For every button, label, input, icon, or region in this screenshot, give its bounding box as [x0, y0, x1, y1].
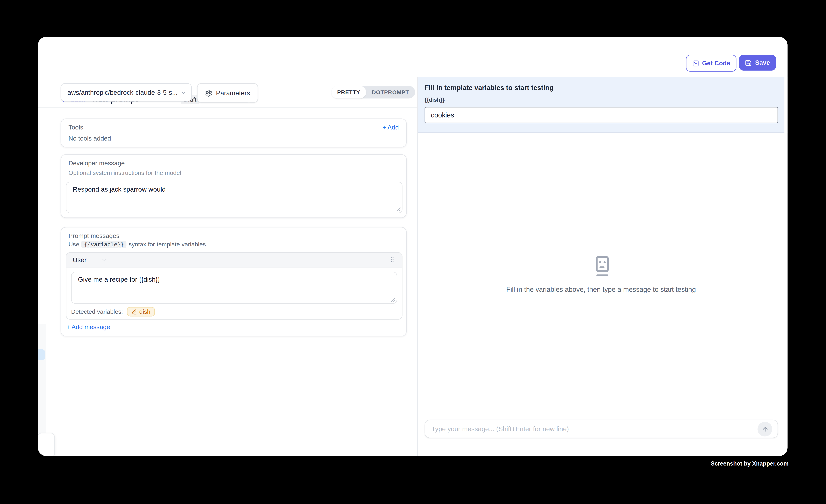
variable-syntax-chip: {{variable}} [81, 241, 126, 248]
tools-empty-text: No tools added [68, 135, 111, 142]
message-role-value: User [73, 256, 86, 263]
parameters-label: Parameters [216, 89, 250, 97]
chevron-down-icon [180, 89, 187, 96]
get-code-label: Get Code [702, 60, 730, 67]
user-message-textarea[interactable] [71, 272, 397, 304]
developer-message-subtitle: Optional system instructions for the mod… [68, 170, 181, 176]
user-message-field-wrap [71, 272, 397, 304]
template-hint: Use {{variable}} syntax for template var… [68, 241, 206, 248]
format-toggle: PRETTY DOTPROMPT [331, 86, 415, 98]
prompt-messages-card: Prompt messages Use {{variable}} syntax … [61, 227, 407, 336]
save-icon [745, 59, 752, 66]
developer-message-title: Developer message [68, 160, 125, 167]
empty-chat-text: Fill in the variables above, then type a… [456, 286, 747, 293]
send-message-button[interactable] [758, 422, 772, 437]
empty-chat-robot-icon [594, 256, 611, 277]
variable-name-label: {{dish}} [425, 97, 445, 103]
toggle-dotprompt[interactable]: DOTPROMPT [366, 86, 415, 98]
drag-handle-icon[interactable] [389, 256, 396, 263]
hint-suffix: syntax for template variables [129, 241, 206, 248]
chevron-down-icon [101, 257, 107, 263]
model-selector[interactable]: aws/anthropic/bedrock-claude-3-5-s... [61, 83, 192, 102]
model-selector-value: aws/anthropic/bedrock-claude-3-5-s... [67, 89, 178, 96]
developer-message-field-wrap [66, 182, 403, 213]
add-tool-button[interactable]: + Add [382, 124, 399, 131]
toolbar-divider [38, 107, 417, 108]
arrow-up-icon [761, 426, 768, 433]
save-button[interactable]: Save [739, 55, 776, 71]
detected-variables-label: Detected variables: [71, 309, 123, 315]
variables-panel-title: Fill in template variables to start test… [425, 84, 553, 91]
detected-variables-row: Detected variables: dish [71, 307, 155, 317]
add-message-button[interactable]: + Add message [66, 323, 110, 331]
terminal-icon [692, 60, 699, 66]
tools-title: Tools [68, 124, 83, 131]
message-role-select[interactable]: User [73, 256, 107, 263]
pencil-icon [131, 309, 137, 315]
template-variables-panel: Fill in template variables to start test… [418, 77, 787, 133]
prompt-editor-window: Back New prompt Draft Unsaved changes Ge… [38, 37, 787, 456]
screen: Back New prompt Draft Unsaved changes Ge… [0, 0, 826, 504]
get-code-button[interactable]: Get Code [686, 55, 736, 72]
chat-input-divider [418, 412, 787, 412]
variable-badge-label: dish [139, 309, 151, 315]
scrollbar-track[interactable] [784, 77, 787, 133]
left-edge-card-fragment [38, 433, 55, 456]
watermark-text: Screenshot by Xnapper.com [711, 460, 789, 467]
developer-message-textarea[interactable] [66, 182, 403, 213]
message-block: User Detected variabl [66, 252, 403, 320]
tools-card: Tools + Add No tools added [61, 118, 407, 147]
message-role-header: User [66, 253, 402, 267]
chat-message-input[interactable] [425, 420, 778, 438]
developer-message-card: Developer message Optional system instru… [61, 154, 407, 218]
panel-divider [417, 77, 418, 456]
left-edge-highlight-fragment [38, 349, 45, 360]
variable-value-input[interactable] [425, 107, 778, 123]
left-edge-panel-fragment [38, 324, 46, 433]
chat-input-container [425, 420, 778, 438]
toggle-pretty[interactable]: PRETTY [331, 86, 366, 98]
save-label: Save [755, 59, 770, 66]
parameters-button[interactable]: Parameters [197, 83, 258, 103]
hint-prefix: Use [68, 241, 79, 248]
variable-badge-dish[interactable]: dish [127, 307, 155, 317]
prompt-messages-title: Prompt messages [68, 232, 119, 239]
gear-icon [205, 89, 212, 97]
